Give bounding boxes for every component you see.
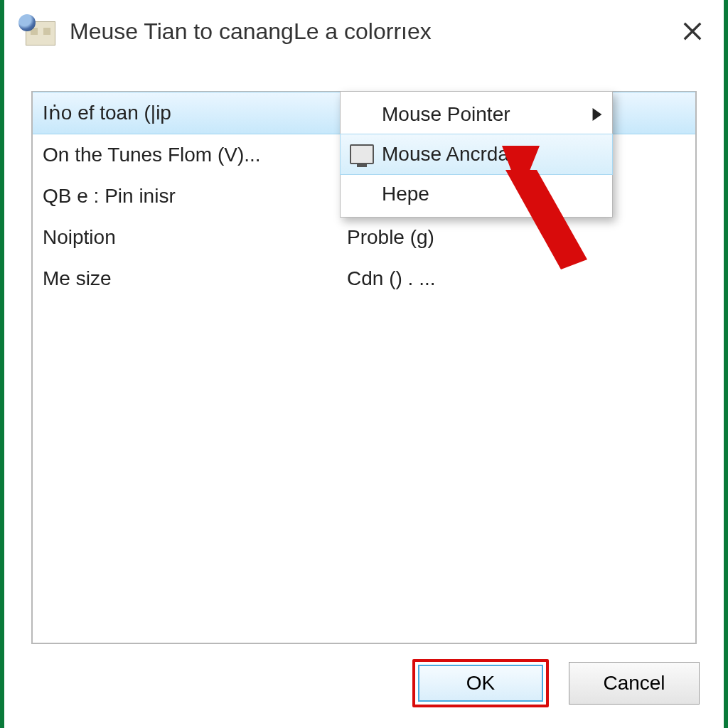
list-item[interactable]: Noiption <box>33 217 337 258</box>
context-menu: Mouse Pointer Mouse Ancrdary Hepe <box>340 91 613 218</box>
menu-item-hepe[interactable]: Hepe <box>341 174 612 214</box>
window-title: Meuse Tian to canangLe a colorrıex <box>70 18 675 45</box>
spacer-icon <box>348 180 376 208</box>
content-panel: Iṅo ef toan (|ip On the Tunes Flom (V)..… <box>31 91 697 644</box>
app-icon <box>18 17 55 46</box>
list-item-label: Iṅo ef toan (|ip <box>43 102 171 124</box>
button-label: OK <box>466 672 495 694</box>
menu-item-mouse-pointer[interactable]: Mouse Pointer <box>341 95 612 134</box>
list-item-label: On the Tunes Flom (V)... <box>43 144 261 166</box>
submenu-arrow-icon <box>592 103 602 126</box>
list-item-label: Me size <box>43 267 111 289</box>
list-value-label: Proble (g) <box>347 226 434 248</box>
close-button[interactable] <box>675 14 710 48</box>
menu-item-mouse-ancrdary[interactable]: Mouse Ancrdary <box>341 134 612 174</box>
ok-button[interactable]: OK <box>418 665 543 702</box>
list-item-label: Noiption <box>43 226 116 248</box>
list-item[interactable]: On the Tunes Flom (V)... <box>33 134 337 176</box>
spacer-icon <box>348 100 376 129</box>
menu-item-label: Mouse Pointer <box>382 103 510 126</box>
close-icon <box>682 21 703 42</box>
dialog-button-row: OK Cancel <box>4 653 724 714</box>
monitor-icon <box>348 140 376 168</box>
ok-button-highlight: OK <box>412 659 549 707</box>
list-value: Cdn () . ... <box>337 258 695 299</box>
title-bar: Meuse Tian to canangLe a colorrıex <box>4 0 724 63</box>
dialog-window: Meuse Tian to canangLe a colorrıex Iṅo e… <box>4 0 724 728</box>
button-label: Cancel <box>603 672 665 694</box>
list-item[interactable]: Me size <box>33 258 337 299</box>
list-value: Proble (g) <box>337 217 695 258</box>
list-item-label: QB e : Pin inisr <box>43 185 176 207</box>
menu-item-label: Hepe <box>382 183 429 205</box>
list-item[interactable]: QB e : Pin inisr <box>33 176 337 217</box>
cancel-button[interactable]: Cancel <box>569 662 700 705</box>
list-value-label: Cdn () . ... <box>347 267 435 289</box>
menu-item-label: Mouse Ancrdary <box>382 143 525 166</box>
